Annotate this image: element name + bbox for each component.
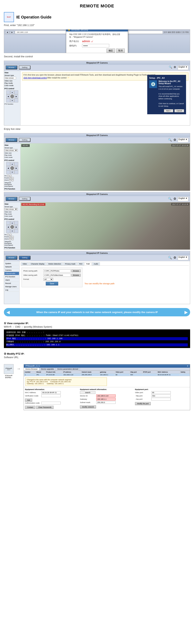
menu-network[interactable]: Network (4, 265, 19, 268)
tab-video[interactable]: Video (21, 262, 29, 266)
verify-input[interactable] (41, 394, 61, 397)
col-number: number (24, 371, 36, 374)
download-link[interactable]: click here download.control (23, 77, 47, 79)
col-rtsp: RTSP port (142, 371, 157, 374)
tab-audio[interactable]: Audio (92, 262, 100, 266)
get-btn[interactable]: Get (25, 398, 32, 402)
auth-input[interactable] (41, 402, 61, 404)
lv1-browse-btn[interactable]: Browse (6, 138, 17, 142)
zoom2-plus[interactable]: + (9, 238, 11, 240)
ptz-dl[interactable] (6, 170, 10, 174)
ptz-left-btn[interactable]: ◀ (6, 94, 10, 98)
browser-back-btn[interactable]: ◀ (5, 31, 9, 34)
ptz-upleft-btn[interactable] (6, 90, 10, 94)
ptz-right-btn[interactable]: ▶ (14, 94, 18, 98)
ptz-r[interactable]: ▶ (14, 166, 18, 170)
modify-network-btn[interactable]: Modify network (80, 405, 96, 408)
lv2-browse-btn[interactable]: Browse (6, 197, 17, 201)
modify-port-btn[interactable]: Modify the port (135, 402, 151, 405)
browse-btn[interactable]: Browse (6, 66, 17, 69)
menu-users[interactable]: Manage Users (4, 285, 19, 288)
ptz-downright-btn[interactable] (14, 98, 18, 102)
tab-motion[interactable]: Motion detection (46, 262, 63, 266)
zoom-plus-btn[interactable]: + (9, 179, 11, 181)
photo-path-input[interactable] (43, 269, 71, 272)
stream-select[interactable]: Main stream (4, 77, 16, 79)
focus2-minus[interactable]: - (12, 236, 14, 238)
video-browse-btn[interactable]: Browse (71, 274, 81, 276)
tab-privacy[interactable]: Privacy mask (63, 262, 77, 266)
ptz-l[interactable]: ◀ (6, 166, 10, 170)
video-port-input[interactable] (151, 391, 171, 394)
ptz-c[interactable] (10, 166, 14, 170)
tab-roi[interactable]: ROI (77, 262, 84, 266)
video-size-row: Video size (4, 80, 20, 82)
browser-forward-btn[interactable]: ▶ (10, 31, 14, 34)
save-btn[interactable]: Save (46, 282, 58, 286)
search-btn[interactable] (80, 391, 95, 394)
menu-system[interactable]: System (4, 262, 19, 265)
tab-path[interactable]: Path (84, 262, 92, 266)
focus-minus-btn[interactable]: - (12, 177, 14, 179)
ptz-upright-btn[interactable] (14, 90, 18, 94)
ptz-ul[interactable] (6, 162, 10, 166)
gateway-input[interactable] (96, 398, 116, 400)
modify-ptz-section: ② Modify PTZ IP: Software URL: (0, 351, 194, 362)
setup-cancel-btn[interactable]: Cancel (175, 109, 184, 112)
photo-browse-btn[interactable]: Browse (71, 270, 81, 272)
clear-btn[interactable]: Clear Passwords (36, 406, 53, 409)
table-row[interactable]: 1 IPC IPC-EX4-85 192.168.0.110 255.255.2… (24, 374, 190, 376)
contact-btn[interactable]: Contact (25, 406, 35, 409)
ipwizard-close-btn[interactable]: ✕ (187, 365, 188, 367)
focus2-plus[interactable]: + (9, 236, 11, 238)
format-select[interactable]: avi (43, 278, 53, 280)
menu-videoaudio[interactable]: Video&Audio (4, 272, 19, 275)
iris2-minus[interactable]: - (10, 234, 12, 236)
lv2-stream-select[interactable]: Main stream (4, 208, 18, 210)
iris2-plus[interactable]: + (7, 234, 9, 236)
setup-next-btn[interactable]: Next > (164, 109, 173, 112)
lv1-setting-btn[interactable]: Setting (19, 138, 30, 142)
ptz-ur[interactable] (14, 162, 18, 166)
menu-camera[interactable]: Camera (4, 268, 19, 272)
ptz-u[interactable]: ▲ (10, 162, 14, 166)
ptz-downleft-btn[interactable] (6, 98, 10, 102)
settings-lang-select[interactable]: English ▼ (178, 256, 188, 260)
dialog-ok-btn[interactable]: 确定 (107, 48, 115, 53)
zoom-minus-btn[interactable]: - (12, 179, 13, 181)
dialog-cancel-btn[interactable]: 取消 (116, 48, 125, 53)
tab-char[interactable]: Character display (29, 262, 46, 266)
menu-record[interactable]: Record (4, 282, 19, 285)
menu-ptz[interactable]: PTZ function (4, 275, 19, 278)
ptz-dr[interactable] (14, 170, 18, 174)
device-id-input[interactable] (96, 394, 116, 397)
menu-log[interactable]: Log (4, 288, 19, 292)
lv2-setting-btn[interactable]: Setting (19, 197, 30, 201)
setting-btn[interactable]: Setting (19, 66, 30, 69)
lang-dropdown[interactable]: English ▼ (178, 66, 188, 70)
http-input[interactable] (151, 394, 171, 397)
iris-plus-btn[interactable]: + (7, 175, 9, 177)
video-path-input[interactable] (43, 274, 71, 277)
ptz-center-btn[interactable] (10, 94, 14, 98)
ptz-up-btn[interactable]: ▲ (10, 90, 14, 94)
mac-input[interactable] (41, 391, 61, 394)
zoom2-minus[interactable]: - (12, 238, 13, 240)
lv2-lang-select[interactable]: English ▼ (178, 197, 188, 201)
settings-setting-btn[interactable]: Setting (19, 256, 30, 260)
iris-minus-btn[interactable]: - (10, 175, 12, 177)
subnet-input[interactable] (96, 401, 116, 404)
ipwizard-tab-browser[interactable]: Device Browser (24, 368, 39, 370)
rtsp-input[interactable] (151, 398, 171, 400)
ipwizard-tab-params[interactable]: Device parameters derived (56, 368, 80, 370)
ipwizard-tab-upgrade[interactable]: Device upgrades (39, 368, 56, 370)
focus-plus-btn[interactable]: + (9, 177, 11, 179)
lv1-lang-select[interactable]: English ▼ (178, 138, 188, 142)
password-input[interactable] (82, 44, 109, 48)
ptz-d[interactable]: ▼ (10, 170, 14, 174)
lv1-stream-select[interactable]: Main stream (4, 149, 18, 152)
menu-alarm[interactable]: Alarm (4, 278, 19, 282)
username-label: 用户名(U): (69, 40, 81, 43)
ptz-down-btn[interactable]: ▼ (10, 98, 14, 102)
settings-browse-btn[interactable]: Browse (6, 256, 17, 260)
